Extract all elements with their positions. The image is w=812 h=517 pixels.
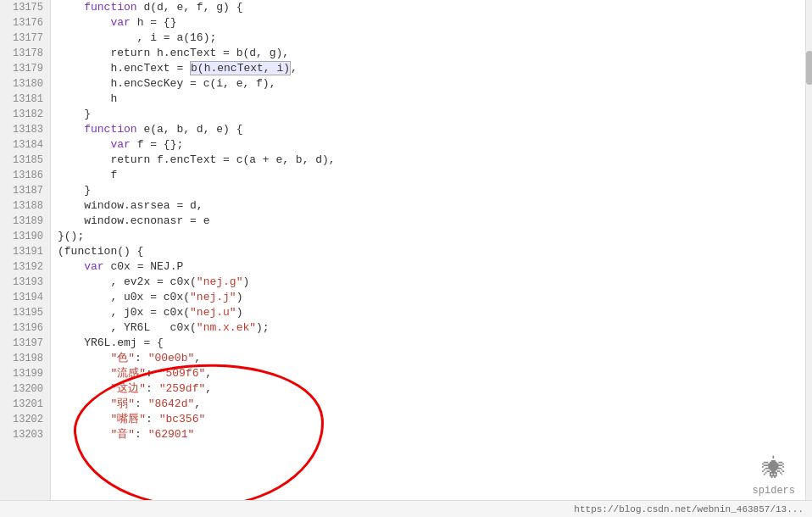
code-line: }(); bbox=[58, 229, 805, 244]
code-token: : bbox=[146, 367, 159, 380]
code-token: ) bbox=[236, 306, 243, 319]
code-token: , i = a(16); bbox=[58, 31, 216, 44]
code-token: "00e0b" bbox=[148, 352, 195, 364]
line-number: 13181 bbox=[7, 92, 43, 107]
code-area[interactable]: function d(d, e, f, g) { var h = {} , i … bbox=[51, 0, 805, 517]
scrollbar-thumb[interactable] bbox=[806, 51, 812, 85]
watermark: 🕷 spiders bbox=[753, 454, 795, 497]
code-line: , u0x = c0x("nej.j") bbox=[58, 290, 805, 305]
code-token: ) bbox=[236, 291, 243, 303]
line-number: 13187 bbox=[7, 183, 43, 198]
line-number: 13184 bbox=[7, 137, 43, 153]
code-token: "流感" bbox=[110, 367, 146, 380]
code-token bbox=[58, 428, 110, 441]
code-token: , u0x = c0x( bbox=[58, 291, 190, 303]
code-line: function e(a, b, d, e) { bbox=[58, 122, 805, 137]
code-line: h.encSecKey = c(i, e, f), bbox=[58, 76, 805, 92]
code-token: , bbox=[194, 397, 201, 410]
code-token: } bbox=[58, 184, 91, 197]
line-number: 13196 bbox=[7, 320, 43, 336]
code-line: window.ecnonasr = e bbox=[58, 214, 805, 229]
line-number: 13178 bbox=[7, 46, 43, 61]
code-token: , j0x = c0x( bbox=[58, 306, 190, 319]
code-line: "弱": "8642d", bbox=[58, 397, 805, 412]
code-line: , i = a(16); bbox=[58, 31, 805, 46]
code-token: "8642d" bbox=[148, 397, 195, 410]
line-number: 13180 bbox=[7, 76, 43, 92]
code-token: d(d, e, f, g) { bbox=[143, 1, 242, 14]
line-number: 13192 bbox=[7, 259, 43, 275]
code-token: "nej.g" bbox=[197, 275, 243, 288]
code-token: YR6L.emj = { bbox=[58, 336, 164, 349]
code-token: f = {}; bbox=[137, 138, 184, 151]
code-token bbox=[58, 352, 110, 364]
code-token: (function() { bbox=[58, 245, 143, 258]
code-token: "62901" bbox=[148, 428, 195, 441]
code-line: var f = {}; bbox=[58, 137, 805, 153]
line-number: 13195 bbox=[7, 305, 43, 320]
code-line: "嘴唇": "bc356" bbox=[58, 412, 805, 427]
code-token: h bbox=[58, 92, 117, 105]
code-token: f bbox=[58, 169, 117, 181]
code-line: } bbox=[58, 183, 805, 198]
code-token: "509f6" bbox=[159, 367, 206, 380]
code-token: , bbox=[194, 352, 201, 364]
line-number: 13191 bbox=[7, 244, 43, 259]
code-line: h bbox=[58, 92, 805, 107]
code-token: "这边" bbox=[110, 382, 146, 395]
spider-icon: 🕷 bbox=[762, 454, 786, 483]
code-token: "音" bbox=[110, 428, 135, 441]
code-token: , YR6L c0x( bbox=[58, 321, 197, 334]
code-line: window.asrsea = d, bbox=[58, 198, 805, 214]
status-bar: https://blog.csdn.net/webnin_463857/13..… bbox=[0, 500, 812, 517]
line-number: 13188 bbox=[7, 198, 43, 214]
line-number: 13183 bbox=[7, 122, 43, 137]
watermark-label: spiders bbox=[753, 485, 795, 497]
code-line: f bbox=[58, 168, 805, 183]
line-number: 13202 bbox=[7, 412, 43, 427]
line-number: 13194 bbox=[7, 290, 43, 305]
code-line: var h = {} bbox=[58, 15, 805, 31]
code-token: : bbox=[135, 397, 148, 410]
line-number: 13193 bbox=[7, 275, 43, 290]
code-line: return h.encText = b(d, g), bbox=[58, 46, 805, 61]
code-token: var bbox=[58, 138, 137, 151]
line-number: 13203 bbox=[7, 427, 43, 442]
line-number: 13190 bbox=[7, 229, 43, 244]
line-number: 13189 bbox=[7, 214, 43, 229]
code-token: ); bbox=[256, 321, 270, 334]
code-token: window.ecnonasr = e bbox=[58, 214, 209, 227]
code-token: b(h.encText, i) bbox=[190, 61, 291, 75]
code-line: , j0x = c0x("nej.u") bbox=[58, 305, 805, 320]
code-token: return f.encText = c(a + e, b, d), bbox=[58, 153, 336, 166]
line-number: 13176 bbox=[7, 15, 43, 31]
code-token: "弱" bbox=[110, 397, 135, 410]
code-token: "色" bbox=[110, 352, 135, 364]
line-number: 13198 bbox=[7, 351, 43, 366]
code-token: , bbox=[291, 62, 298, 75]
code-token: , bbox=[205, 367, 212, 380]
code-token bbox=[58, 382, 110, 395]
code-token: "nm.x.ek" bbox=[197, 321, 256, 334]
status-url: https://blog.csdn.net/webnin_463857/13..… bbox=[574, 504, 804, 514]
line-number: 13182 bbox=[7, 107, 43, 122]
code-line: (function() { bbox=[58, 244, 805, 259]
code-line: return f.encText = c(a + e, b, d), bbox=[58, 153, 805, 168]
line-numbers: 1317513176131771317813179131801318113182… bbox=[0, 0, 51, 517]
line-number: 13201 bbox=[7, 397, 43, 412]
code-token: ) bbox=[242, 275, 249, 288]
code-token: , ev2x = c0x( bbox=[58, 275, 197, 288]
code-line: , YR6L c0x("nm.x.ek"); bbox=[58, 320, 805, 336]
scrollbar[interactable] bbox=[805, 0, 812, 517]
code-token: "bc356" bbox=[159, 413, 206, 425]
code-container: 1317513176131771317813179131801318113182… bbox=[0, 0, 812, 517]
code-token: "nej.j" bbox=[190, 291, 236, 303]
code-line: YR6L.emj = { bbox=[58, 336, 805, 351]
code-line: "音": "62901" bbox=[58, 427, 805, 442]
code-token: } bbox=[58, 108, 91, 120]
code-token: "nej.u" bbox=[190, 306, 236, 319]
code-token: return h.encText = b(d, g), bbox=[58, 47, 289, 59]
code-token: window.asrsea = d, bbox=[58, 199, 203, 212]
code-line: "这边": "259df", bbox=[58, 381, 805, 397]
code-token bbox=[58, 397, 110, 410]
